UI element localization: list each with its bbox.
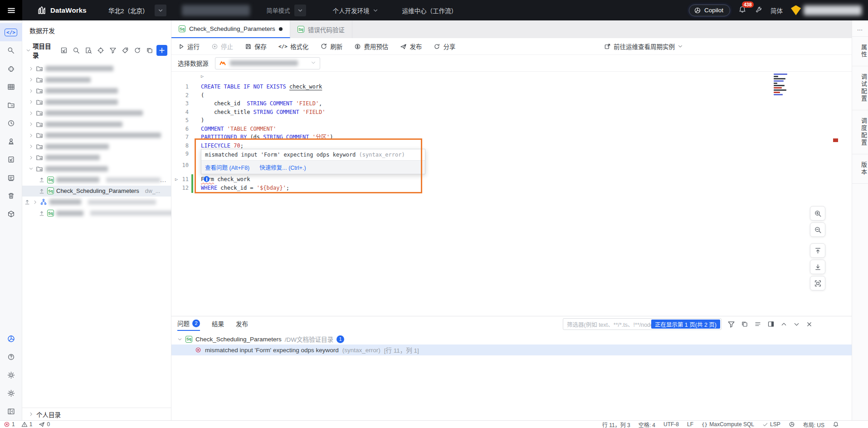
goto-ops-center-link[interactable]: 前往运维查看周期实例 (604, 42, 683, 51)
maximize-panel-button[interactable] (780, 321, 787, 328)
save-button[interactable]: 保存 (245, 42, 267, 51)
status-item[interactable] (789, 421, 795, 428)
panel-tab-版本[interactable]: 版本 (852, 154, 868, 184)
sidebar-tool-search[interactable] (71, 45, 82, 56)
status-item[interactable]: 空格: 4 (639, 421, 655, 428)
sidebar-tool-doc-search[interactable] (83, 45, 94, 56)
run-line-marker[interactable]: ▷ (175, 175, 178, 184)
sidebar-tool-refresh[interactable] (132, 45, 143, 56)
rail-item-settings-gear[interactable] (0, 384, 22, 402)
status-send[interactable]: 0 (39, 421, 50, 428)
tree-folder-row[interactable] (22, 108, 171, 119)
rail-item-package[interactable] (0, 205, 22, 223)
tree-folder-row[interactable] (22, 119, 171, 130)
close-panel-button[interactable] (806, 321, 813, 328)
bottom-tab-结果[interactable]: 结果 (212, 316, 224, 331)
tools-button[interactable] (755, 6, 762, 15)
filter-icon-button[interactable] (727, 320, 735, 328)
sidebar-tool-copy[interactable] (144, 45, 155, 56)
sidebar-tool-plus[interactable] (156, 45, 167, 56)
notifications-button[interactable]: 438 (738, 5, 746, 15)
dataworks-logo[interactable]: DataWorks (37, 5, 87, 15)
rail-item-theme-sun[interactable] (0, 366, 22, 384)
share-button[interactable]: 分享 (434, 42, 455, 51)
cost-button[interactable]: 费用预估 (354, 42, 388, 51)
status-item[interactable]: {}MaxCompute SQL (702, 421, 754, 428)
view-problem-link[interactable]: 查看问题 (Alt+F8) (205, 163, 249, 172)
status-item[interactable]: LF (687, 421, 693, 428)
region-chevron[interactable] (155, 5, 166, 16)
sidebar-tool-tag[interactable] (120, 45, 131, 56)
collapse-all-button[interactable] (754, 320, 761, 328)
status-item[interactable]: UTF-8 (663, 421, 679, 428)
sidebar-tool-check-doc[interactable] (59, 45, 69, 56)
tree-folder-row[interactable] (22, 74, 171, 86)
editor-tab[interactable]: Sq错误代码验证 (290, 20, 352, 38)
fit-view-button[interactable] (810, 276, 825, 290)
rail-item-code-editor[interactable]: </> (0, 23, 22, 41)
toggle-panel-layout-button[interactable] (767, 320, 775, 328)
rail-item-trash[interactable] (0, 187, 22, 205)
mode-selector[interactable]: 简单模式 (266, 5, 306, 16)
tree-folder-row[interactable] (22, 152, 171, 163)
problem-row[interactable]: mismatched input 'Form' expecting odps k… (171, 344, 852, 355)
copy-results-button[interactable] (741, 320, 748, 328)
tree-folder-row[interactable] (22, 130, 171, 141)
status-item[interactable]: 布局: US (803, 421, 824, 428)
mode-chevron[interactable] (294, 5, 306, 16)
zoom-out-button[interactable] (810, 222, 825, 237)
problems-filter-input[interactable]: 筛选器(例如 text、**/*.ts、!**/node_mo 正在显示第 1 … (563, 318, 722, 330)
tree-folder-row[interactable] (22, 85, 171, 97)
chevron-down-icon[interactable] (26, 48, 31, 53)
tree-item-row[interactable]: Sq... (22, 174, 171, 186)
rail-item-pointer[interactable] (0, 41, 22, 59)
rail-item-member[interactable] (0, 132, 22, 150)
overview-ruler-error-marker[interactable] (833, 138, 838, 142)
panel-tab-属性[interactable]: 属性 (852, 37, 868, 66)
rail-item-clock[interactable] (0, 114, 22, 132)
user-account[interactable] (791, 5, 862, 15)
token-link[interactable]: check_work (289, 84, 322, 90)
run-cell-marker[interactable]: ▷ (201, 74, 204, 79)
rail-item-puzzle[interactable] (0, 59, 22, 78)
env-selector[interactable]: 个人开发环境 (332, 6, 378, 15)
language-switch[interactable]: 简体 (770, 6, 783, 15)
bottom-tab-问题[interactable]: 问题2 (177, 316, 200, 331)
copilot-button[interactable]: Copilot (689, 5, 730, 16)
status-warn[interactable]: 1 (21, 421, 33, 428)
panel-tab-调试配置[interactable]: 调试配置 (852, 66, 868, 110)
publish-button[interactable]: 发布 (400, 42, 422, 51)
quick-fix-link[interactable]: 快速修复... (Ctrl+.) (259, 163, 306, 172)
scroll-to-bottom-button[interactable] (810, 260, 825, 274)
status-error-x[interactable]: 1 (4, 421, 15, 428)
rail-item-approval[interactable] (0, 150, 22, 168)
minimize-panel-button[interactable] (793, 321, 800, 328)
scroll-to-top-button[interactable] (810, 243, 825, 258)
panel-more-button[interactable]: … (852, 20, 868, 37)
zoom-in-button[interactable] (810, 206, 825, 221)
code-editor[interactable]: ▷ mismatched input 'Form' expecting odps… (171, 72, 852, 316)
item-more-dots[interactable]: ... (160, 177, 166, 183)
minimap[interactable] (774, 74, 794, 96)
rail-item-copilot-blue[interactable] (0, 330, 22, 348)
rail-item-doc-lines[interactable] (0, 168, 22, 187)
tree-folder-row[interactable] (22, 141, 171, 153)
tree-item-row[interactable] (22, 197, 171, 208)
format-button[interactable]: </>格式化 (278, 42, 308, 51)
region-selector[interactable]: 华北2（北京） (104, 4, 167, 17)
status-item[interactable]: 行 11，列 3 (602, 421, 630, 428)
personal-directory[interactable]: 个人目录 (22, 408, 171, 420)
panel-tab-调度配置[interactable]: 调度配置 (852, 110, 868, 154)
tree-folder-row[interactable] (22, 63, 171, 74)
rail-item-folder[interactable] (0, 96, 22, 114)
bottom-tab-发布[interactable]: 发布 (236, 316, 248, 331)
ops-center-link[interactable]: 运维中心（工作流） (402, 6, 457, 15)
editor-tab[interactable]: SqCheck_Scheduling_Parameters (171, 20, 290, 38)
text-cursor-handle[interactable] (204, 176, 210, 182)
tree-item-row[interactable]: Sq (22, 208, 171, 219)
workspace-name-redacted[interactable] (182, 5, 250, 16)
datasource-select[interactable] (215, 57, 320, 69)
problems-group-row[interactable]: Sq Check_Scheduling_Parameters /DW文档验证目录… (171, 334, 852, 344)
status-item[interactable] (833, 421, 839, 428)
sidebar-tool-locate[interactable] (95, 45, 106, 56)
